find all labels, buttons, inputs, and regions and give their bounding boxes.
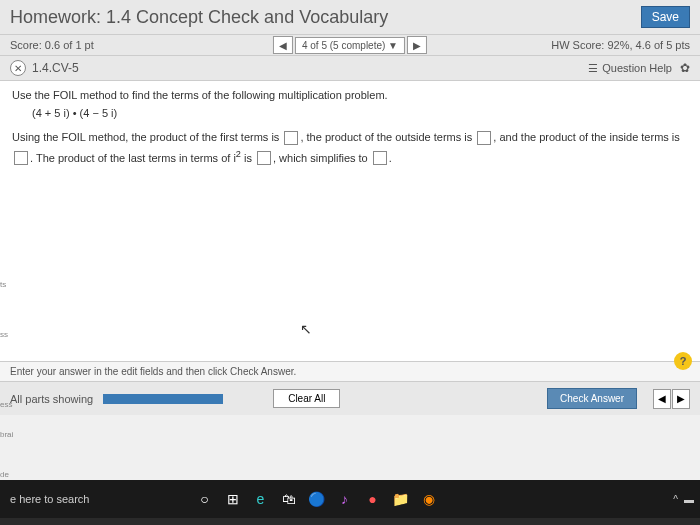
blank-inside[interactable] xyxy=(14,151,28,165)
app-icon[interactable]: ● xyxy=(362,488,384,510)
cortana-icon[interactable]: ○ xyxy=(194,488,216,510)
tray-up-icon[interactable]: ^ xyxy=(673,494,678,505)
gear-icon[interactable]: ✿ xyxy=(680,61,690,75)
prev-question-button[interactable]: ◀ xyxy=(273,36,293,54)
foil-sentence: Using the FOIL method, the product of th… xyxy=(12,129,688,167)
itunes-icon[interactable]: ♪ xyxy=(334,488,356,510)
blank-first[interactable] xyxy=(284,131,298,145)
blank-simplify[interactable] xyxy=(373,151,387,165)
app2-icon[interactable]: ◉ xyxy=(418,488,440,510)
footer-prev-button[interactable]: ◀ xyxy=(653,389,671,409)
browser-side-labels: ts ss ess brai de xyxy=(0,270,13,490)
windows-taskbar: e here to search ○ ⊞ e 🛍 🔵 ♪ ● 📁 ◉ ^ ▬ xyxy=(0,480,700,518)
taskbar-search[interactable]: e here to search xyxy=(6,493,90,505)
chrome-icon[interactable]: 🔵 xyxy=(306,488,328,510)
task-view-icon[interactable]: ⊞ xyxy=(222,488,244,510)
clear-all-button[interactable]: Clear All xyxy=(273,389,340,408)
blank-outside[interactable] xyxy=(477,131,491,145)
help-icon[interactable]: ? xyxy=(674,352,692,370)
battery-icon[interactable]: ▬ xyxy=(684,494,694,505)
blank-last[interactable] xyxy=(257,151,271,165)
question-prompt: Use the FOIL method to find the terms of… xyxy=(12,89,688,101)
parts-showing-label: All parts showing xyxy=(10,393,93,405)
question-pager: ◀ 4 of 5 (5 complete) ▼ ▶ xyxy=(273,36,427,54)
score-label: Score: 0.6 of 1 pt xyxy=(10,39,94,51)
edge-icon[interactable]: e xyxy=(250,488,272,510)
question-help-button[interactable]: ☰ Question Help xyxy=(588,62,672,75)
system-tray[interactable]: ^ ▬ xyxy=(673,494,694,505)
question-number: 1.4.CV-5 xyxy=(32,61,588,75)
footer-next-button[interactable]: ▶ xyxy=(672,389,690,409)
store-icon[interactable]: 🛍 xyxy=(278,488,300,510)
hw-score-label: HW Score: 92%, 4.6 of 5 pts xyxy=(551,39,690,51)
progress-bar xyxy=(103,394,223,404)
list-icon: ☰ xyxy=(588,62,598,75)
save-button[interactable]: Save xyxy=(641,6,690,28)
question-expression: (4 + 5 i) • (4 − 5 i) xyxy=(32,107,688,119)
next-question-button[interactable]: ▶ xyxy=(407,36,427,54)
check-answer-button[interactable]: Check Answer xyxy=(547,388,637,409)
pager-dropdown[interactable]: 4 of 5 (5 complete) ▼ xyxy=(295,37,405,54)
explorer-icon[interactable]: 📁 xyxy=(390,488,412,510)
question-content: Use the FOIL method to find the terms of… xyxy=(0,81,700,361)
page-title: Homework: 1.4 Concept Check and Vocabula… xyxy=(10,7,388,28)
cursor-icon: ↖ xyxy=(300,321,312,337)
question-status-icon: ✕ xyxy=(10,60,26,76)
hint-bar: Enter your answer in the edit fields and… xyxy=(0,361,700,381)
